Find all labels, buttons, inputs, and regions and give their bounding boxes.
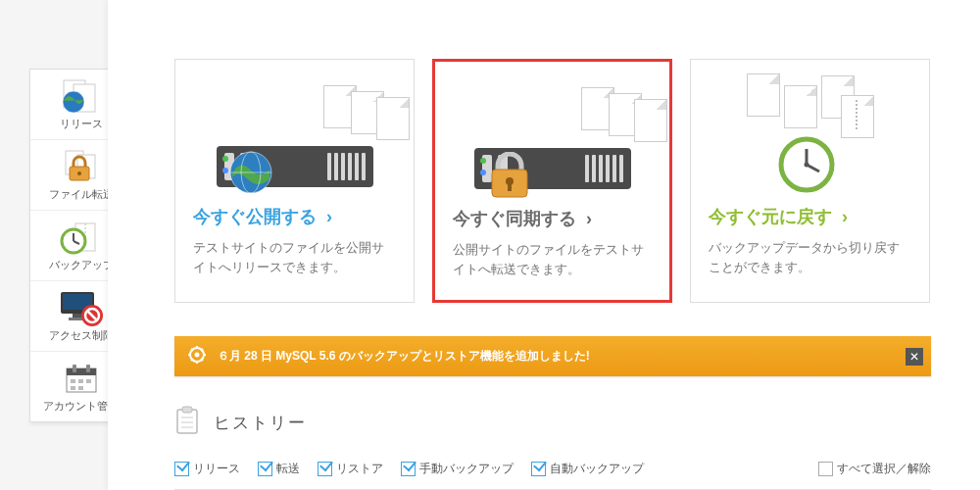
checkbox-icon — [318, 462, 332, 476]
main-panel: 今すぐ公開する › テストサイトのファイルを公開サイトへリリースできます。 — [108, 0, 980, 490]
svg-rect-27 — [71, 386, 75, 390]
svg-rect-15 — [73, 314, 82, 318]
svg-rect-35 — [508, 183, 512, 191]
announcement-text: ６月 28 日 MySQL 5.6 のバックアップとリストア機能を追加しました! — [218, 348, 590, 365]
card-publish[interactable]: 今すぐ公開する › テストサイトのファイルを公開サイトへリリースできます。 — [174, 59, 415, 303]
filter-release[interactable]: リリース — [174, 461, 240, 477]
history-filters: リリース 転送 リストア 手動バックアップ 自動バックアップ すべて選択／解除 — [174, 461, 931, 490]
svg-point-39 — [804, 163, 808, 168]
card-desc: バックアップデータから切り戻すことができます。 — [709, 238, 911, 276]
checkbox-icon — [818, 462, 833, 476]
svg-rect-28 — [78, 386, 83, 390]
filter-restore[interactable]: リストア — [318, 461, 383, 477]
action-cards-row: 今すぐ公開する › テストサイトのファイルを公開サイトへリリースできます。 — [174, 59, 931, 303]
chevron-right-icon: › — [842, 207, 848, 227]
close-icon[interactable]: ✕ — [906, 348, 923, 366]
filter-label: リストア — [336, 461, 383, 477]
filter-label: 自動バックアップ — [550, 461, 644, 477]
svg-line-46 — [191, 349, 193, 351]
svg-rect-23 — [86, 365, 90, 372]
svg-rect-21 — [67, 368, 96, 375]
svg-line-47 — [201, 359, 203, 361]
svg-line-49 — [191, 359, 193, 361]
chevron-right-icon: › — [586, 209, 592, 229]
svg-rect-50 — [177, 410, 197, 433]
filter-manual-backup[interactable]: 手動バックアップ — [401, 461, 514, 477]
filter-auto-backup[interactable]: 自動バックアップ — [531, 461, 644, 477]
gear-icon — [188, 346, 206, 367]
checkbox-icon — [401, 462, 416, 476]
history-heading: ヒストリー — [174, 406, 931, 439]
card-title: 今すぐ同期する › — [453, 207, 652, 230]
svg-rect-26 — [86, 379, 91, 383]
svg-rect-22 — [73, 365, 76, 372]
card-sync[interactable]: 今すぐ同期する › 公開サイトのファイルをテストサイトへ転送できます。 — [432, 59, 672, 303]
globe-icon — [228, 150, 273, 195]
clock-icon — [778, 136, 835, 193]
clipboard-icon — [174, 406, 200, 439]
chevron-right-icon: › — [326, 207, 332, 227]
card-title: 今すぐ元に戻す › — [709, 205, 911, 228]
card-restore[interactable]: 今すぐ元に戻す › バックアップデータから切り戻すことができます。 — [690, 59, 930, 303]
history-title: ヒストリー — [214, 412, 307, 434]
sync-illustration — [453, 79, 652, 189]
svg-rect-24 — [71, 379, 75, 383]
card-desc: テストサイトのファイルを公開サイトへリリースできます。 — [193, 238, 396, 276]
filter-transfer[interactable]: 転送 — [258, 461, 300, 477]
restore-illustration — [709, 77, 911, 187]
card-title: 今すぐ公開する › — [193, 205, 396, 228]
filter-label: 手動バックアップ — [419, 461, 514, 477]
filter-label: 転送 — [276, 461, 300, 477]
filter-label: すべて選択／解除 — [837, 461, 931, 477]
lock-icon — [488, 152, 531, 199]
announcement-bar: ６月 28 日 MySQL 5.6 のバックアップとリストア機能を追加しました!… — [174, 336, 931, 376]
svg-point-41 — [195, 353, 200, 358]
svg-line-48 — [201, 349, 203, 351]
filter-select-all[interactable]: すべて選択／解除 — [818, 461, 931, 477]
card-desc: 公開サイトのファイルをテストサイトへ転送できます。 — [453, 240, 652, 278]
checkbox-icon — [174, 462, 189, 476]
checkbox-icon — [258, 462, 272, 476]
publish-illustration — [193, 77, 396, 187]
svg-rect-51 — [182, 407, 192, 413]
svg-rect-25 — [78, 379, 83, 383]
filter-label: リリース — [193, 461, 240, 477]
checkbox-icon — [531, 462, 546, 476]
svg-point-7 — [77, 172, 81, 175]
